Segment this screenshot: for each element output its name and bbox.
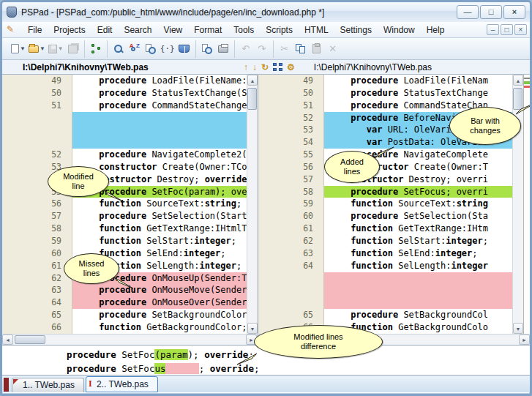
search-replace-button[interactable] — [127, 41, 143, 57]
print-button[interactable] — [215, 41, 231, 57]
code-line[interactable]: 56 constructor Create(Owner:T — [258, 161, 512, 173]
code-line[interactable]: 64 procedure OnMouseOver(Sender — [2, 296, 247, 309]
scroll-right-icon[interactable]: ► — [519, 335, 530, 345]
code-line[interactable]: 54 destructor Destroy; override — [2, 173, 247, 186]
cut-button[interactable]: ✂ — [277, 41, 293, 57]
code-line[interactable]: 49 procedure LoadFile(FileName: — [2, 75, 247, 87]
menu-item-help[interactable]: Help — [421, 23, 451, 37]
menu-item-settings[interactable]: Settings — [334, 23, 378, 37]
code-line[interactable]: 62 function SelStart:integer; — [258, 235, 512, 247]
split-view-icon[interactable] — [273, 63, 282, 71]
code-line[interactable]: 63 function SelEnd:integer; — [258, 247, 512, 260]
code-line[interactable]: 55 procedure NavigateComplete — [258, 149, 512, 161]
code-line[interactable]: 53 constructor Create(Owner:TCo — [2, 161, 247, 173]
menu-item-edit[interactable]: Edit — [91, 23, 119, 37]
left-hscroll-thumb[interactable] — [15, 335, 45, 344]
menu-item-projects[interactable]: Projects — [48, 23, 91, 37]
code-line[interactable]: 63 procedure OnMouseMove(Sender — [2, 284, 247, 296]
code-line[interactable]: 55 procedure SetFoc(param); ove — [2, 186, 247, 198]
code-line[interactable] — [2, 112, 247, 124]
code-line[interactable]: 51 procedure CommandStateChan — [258, 100, 512, 112]
file-tab-2[interactable]: I2.. TWeb.pas — [86, 376, 158, 392]
menu-item-file[interactable]: File — [22, 23, 48, 37]
paste-button[interactable] — [309, 41, 325, 57]
menu-item-scripts[interactable]: Scripts — [260, 23, 299, 37]
code-line[interactable]: 61 function SelLength:integer; — [2, 260, 247, 272]
right-vertical-scrollbar[interactable]: ▲ ▼ — [512, 75, 523, 334]
code-line[interactable]: 51 procedure CommandStateChange — [2, 100, 247, 112]
code-line[interactable]: 58 function GetTextRange:IHtmlT — [2, 223, 247, 235]
left-code-area[interactable]: 49 procedure LoadFile(FileName:50 proced… — [2, 75, 247, 334]
right-hscroll-track[interactable] — [269, 335, 519, 345]
scroll-down-icon[interactable]: ▼ — [513, 323, 523, 334]
code-line[interactable]: 57 procedure SetSelection(Start — [2, 210, 247, 223]
code-line[interactable]: 62 procedure OnMouseUp(Sender:T — [2, 272, 247, 285]
code-line[interactable] — [2, 124, 247, 136]
code-line[interactable]: 65 procedure SetBackgroundCol — [258, 309, 512, 321]
code-line[interactable]: 60 function SelEnd:integer; — [2, 247, 247, 260]
file-tab-1[interactable]: 1.. TWeb.pas — [12, 378, 84, 392]
next-difference-icon[interactable]: ↓ — [252, 62, 257, 72]
right-hscroll-thumb[interactable] — [270, 335, 301, 344]
left-horizontal-scrollbar[interactable]: ◄ ► — [2, 335, 258, 345]
left-vertical-scrollbar[interactable]: ▲ ▼ — [247, 75, 258, 334]
code-line[interactable] — [258, 272, 512, 285]
scroll-right-icon[interactable]: ► — [246, 335, 257, 345]
right-horizontal-scrollbar[interactable]: ◄ ► — [258, 335, 530, 345]
changes-bar[interactable] — [523, 75, 530, 334]
scroll-left-icon[interactable]: ◄ — [258, 335, 269, 345]
minimize-button[interactable]: — — [457, 5, 479, 19]
print-preview-button[interactable] — [199, 41, 215, 57]
code-line[interactable]: 54 var PostData: OleVaria — [258, 136, 512, 149]
code-line[interactable]: 59 function SourceText:string — [258, 198, 512, 210]
mdi-restore-button[interactable]: □ — [501, 24, 513, 35]
right-vscroll-thumb[interactable] — [513, 88, 522, 110]
menu-item-window[interactable]: Window — [378, 23, 421, 37]
dropdown-arrow-icon[interactable]: ▼ — [40, 45, 45, 52]
left-editor-pane[interactable]: 49 procedure LoadFile(FileName:50 proced… — [2, 75, 258, 334]
open-file-button[interactable]: ▼ — [27, 41, 47, 57]
code-line[interactable] — [258, 296, 512, 309]
right-vscroll-track[interactable] — [513, 86, 523, 323]
left-hscroll-track[interactable] — [13, 335, 246, 345]
code-line[interactable]: 53 var URL: OleVariant; — [258, 124, 512, 136]
search-button[interactable] — [110, 41, 127, 57]
code-line[interactable]: 52 procedure NavigateComplete2( — [2, 149, 247, 161]
scroll-up-icon[interactable]: ▲ — [247, 75, 258, 86]
redo-button[interactable]: ↷ — [254, 41, 270, 57]
menu-item-html[interactable]: HTML — [299, 23, 334, 37]
code-line[interactable]: 64 function SelLength:integer — [258, 260, 512, 272]
code-line[interactable]: 66 function GetBackgroundColor; — [2, 321, 247, 334]
mdi-close-button[interactable]: × — [514, 24, 527, 35]
project-button[interactable] — [88, 41, 104, 57]
save-file-button[interactable]: ▼ — [47, 41, 65, 57]
right-code-area[interactable]: 49 procedure LoadFile(FileNam50 procedur… — [258, 75, 512, 334]
delete-button[interactable]: ✕ — [325, 41, 341, 57]
scroll-left-icon[interactable]: ◄ — [2, 335, 13, 345]
copy-button[interactable] — [293, 41, 309, 57]
scroll-down-icon[interactable]: ▼ — [247, 323, 258, 334]
compare-settings-icon[interactable]: ⚙ — [287, 62, 295, 72]
menu-item-search[interactable]: Search — [118, 23, 157, 37]
maximize-button[interactable]: □ — [480, 5, 502, 19]
menu-item-view[interactable]: View — [157, 23, 188, 37]
left-vscroll-thumb[interactable] — [247, 88, 257, 110]
recompare-icon[interactable]: ↻ — [261, 62, 269, 72]
undo-button[interactable]: ↶ — [238, 41, 254, 57]
code-line[interactable]: 50 procedure StatusTextChange(S — [2, 87, 247, 100]
code-line[interactable]: 58 procedure SetFocus; overri — [258, 186, 512, 198]
search-in-files-button[interactable] — [143, 41, 159, 57]
previous-difference-icon[interactable]: ↑ — [244, 62, 248, 72]
right-editor-pane[interactable]: 49 procedure LoadFile(FileNam50 procedur… — [258, 75, 523, 334]
code-line[interactable]: 57 destructor Destroy; overri — [258, 173, 512, 186]
code-line[interactable]: 56 function SourceText:string; — [2, 198, 247, 210]
scroll-up-icon[interactable]: ▲ — [513, 75, 523, 86]
code-line[interactable]: 60 procedure SetSelection(Sta — [258, 210, 512, 223]
mdi-minimize-button[interactable]: – — [487, 24, 499, 35]
code-line[interactable]: 65 procedure SetBackgroundColor — [2, 309, 247, 321]
new-file-button[interactable]: ▼ — [10, 41, 27, 57]
code-line[interactable]: 61 function GetTextRange:IHtm — [258, 223, 512, 235]
menu-item-format[interactable]: Format — [188, 23, 228, 37]
help-book-button[interactable] — [176, 41, 192, 57]
dropdown-arrow-icon[interactable]: ▼ — [58, 45, 64, 52]
